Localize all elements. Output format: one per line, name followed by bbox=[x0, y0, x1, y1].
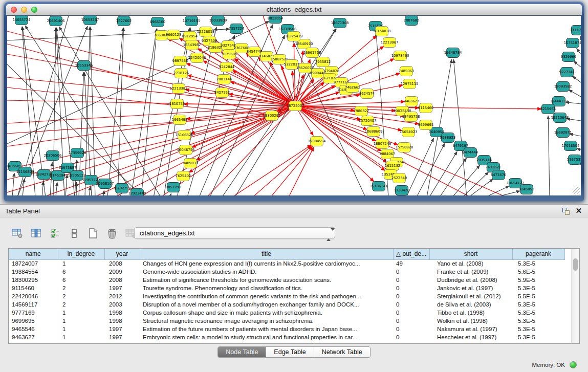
memory-ok-indicator[interactable] bbox=[570, 361, 577, 368]
table-row[interactable]: 1872400712008Changes of HCN gene express… bbox=[9, 259, 564, 268]
table-row[interactable]: 946362711997Embryonic stem cells: a mode… bbox=[9, 333, 564, 341]
graph-node-label: 7462662 bbox=[345, 85, 360, 90]
graph-node-label: 9242844 bbox=[219, 65, 234, 69]
select-checklist-icon[interactable] bbox=[49, 227, 61, 239]
show-columns-icon[interactable] bbox=[30, 227, 42, 239]
graph-edge[interactable] bbox=[295, 106, 402, 130]
minimize-window-button[interactable] bbox=[21, 7, 27, 13]
table-cell: 5.3E-5 bbox=[512, 325, 564, 333]
table-settings-icon[interactable] bbox=[11, 227, 24, 239]
graph-edge[interactable] bbox=[572, 76, 581, 82]
graph-node-label: 17359928 bbox=[69, 151, 86, 155]
graph-edge[interactable] bbox=[154, 28, 190, 195]
table-cell: 5.3E-5 bbox=[512, 333, 564, 341]
column-header-in_degree[interactable]: in_degree bbox=[58, 249, 104, 259]
graph-edge[interactable] bbox=[574, 61, 581, 67]
graph-node-label: 6966160 bbox=[150, 20, 165, 24]
table-row[interactable]: 946554611997Estimation of the future num… bbox=[9, 325, 564, 333]
graph-edge[interactable] bbox=[295, 102, 405, 106]
graph-node-label: 3175685 bbox=[222, 52, 237, 56]
network-canvas[interactable]: 1872400714055724206914061065326715276026… bbox=[7, 16, 581, 195]
graph-node-label: 2522349 bbox=[391, 176, 407, 180]
column-header-short[interactable]: short bbox=[429, 249, 512, 259]
stacked-squares-icon[interactable] bbox=[68, 227, 80, 239]
close-window-button[interactable] bbox=[11, 7, 17, 13]
graph-node-label: 9884067 bbox=[380, 152, 395, 156]
graph-node-label: 1167531 bbox=[567, 158, 581, 162]
graph-edge[interactable] bbox=[7, 106, 295, 192]
graph-node-label: 30975887 bbox=[59, 166, 77, 170]
tab-edge-table[interactable]: Edge Table bbox=[266, 347, 313, 357]
graph-node-label: 16046756 bbox=[177, 148, 195, 152]
graph-edge[interactable] bbox=[577, 49, 581, 54]
window-titlebar[interactable]: citations_edges.txt bbox=[6, 4, 582, 15]
graph-edge[interactable] bbox=[577, 148, 581, 150]
graph-node-label: 1145194 bbox=[50, 173, 66, 178]
graph-edge[interactable] bbox=[429, 151, 457, 195]
table-cell: Embryonic stem cells: a model to study s… bbox=[140, 333, 393, 341]
tab-network-table[interactable]: Network Table bbox=[314, 347, 370, 357]
graph-edge[interactable] bbox=[232, 145, 311, 195]
graph-node-label: 8938923 bbox=[440, 136, 455, 140]
graph-edge[interactable] bbox=[120, 195, 121, 195]
graph-edge[interactable] bbox=[7, 106, 295, 146]
table-selector-dropdown[interactable]: citations_edges.txt bbox=[134, 227, 335, 239]
vertical-scrollbar[interactable] bbox=[571, 249, 579, 343]
graph-edge[interactable] bbox=[271, 146, 313, 195]
graph-node-label: 1615132 bbox=[385, 164, 400, 168]
graph-edge[interactable] bbox=[440, 158, 467, 195]
graph-edge[interactable] bbox=[66, 174, 67, 195]
trash-icon[interactable] bbox=[106, 227, 118, 239]
graph-edge[interactable] bbox=[417, 144, 445, 195]
table-cell: 9463627 bbox=[9, 333, 58, 341]
graph-edge[interactable] bbox=[89, 187, 90, 195]
float-panel-icon[interactable] bbox=[562, 208, 570, 215]
graph-edge[interactable] bbox=[548, 116, 550, 195]
table-row[interactable]: 1938455462009Genome-wide association stu… bbox=[9, 268, 564, 276]
graph-edge[interactable] bbox=[90, 27, 95, 195]
column-header-title[interactable]: title bbox=[140, 249, 393, 259]
graph-edge[interactable] bbox=[42, 181, 43, 195]
graph-edge[interactable] bbox=[56, 182, 57, 195]
table-row[interactable]: 1456911722003Disruption of a novel membe… bbox=[9, 300, 564, 309]
graph-edge[interactable] bbox=[565, 102, 581, 104]
graph-edge[interactable] bbox=[580, 36, 581, 37]
graph-edge[interactable] bbox=[230, 82, 295, 106]
graph-edge[interactable] bbox=[12, 173, 14, 195]
table-cell: 0 bbox=[393, 300, 429, 309]
column-header-name[interactable]: name bbox=[9, 249, 58, 259]
table-row[interactable]: 1830029562008Estimation of significance … bbox=[9, 276, 564, 284]
resize-grip-icon[interactable] bbox=[573, 187, 580, 194]
scrollbar-thumb[interactable] bbox=[573, 258, 578, 271]
zoom-window-button[interactable] bbox=[31, 7, 37, 13]
column-header-pagerank[interactable]: pagerank bbox=[512, 249, 564, 259]
graph-edge[interactable] bbox=[76, 182, 77, 195]
table-row[interactable]: 911546021997Tourette syndrome. Phenomeno… bbox=[9, 284, 564, 292]
graph-node-label: 9329966 bbox=[561, 55, 576, 59]
table-cell: Jankovic et al. (1997) bbox=[429, 284, 512, 292]
graph-node-label: 9699695 bbox=[418, 123, 433, 127]
graph-edge[interactable] bbox=[141, 29, 157, 195]
graph-edge[interactable] bbox=[496, 191, 520, 195]
new-document-icon[interactable] bbox=[87, 227, 99, 239]
graph-node-label: 3624574 bbox=[359, 92, 375, 96]
graph-node-label: 7986322 bbox=[354, 109, 369, 113]
close-panel-icon[interactable]: ✕ bbox=[575, 206, 582, 215]
column-header-out_de[interactable]: △ out_de... bbox=[393, 249, 429, 259]
column-header-year[interactable]: year bbox=[104, 249, 140, 259]
table-cell: 1997 bbox=[104, 284, 140, 292]
tab-node-table[interactable]: Node Table bbox=[218, 347, 266, 357]
graph-node-label: 1111786 bbox=[570, 28, 581, 32]
table-row[interactable]: 969969511998Structural magnetic resonanc… bbox=[9, 317, 564, 325]
table-cell: 1997 bbox=[104, 333, 140, 341]
graph-edge[interactable] bbox=[7, 31, 295, 106]
table-row[interactable]: 2242004622012Investigating the contribut… bbox=[9, 292, 564, 300]
table-row[interactable]: 977716911998Corpus callosum shape and si… bbox=[9, 309, 564, 317]
graph-edge[interactable] bbox=[170, 193, 171, 195]
graph-edge[interactable] bbox=[569, 90, 581, 97]
graph-edge[interactable] bbox=[164, 28, 190, 195]
graph-node-label: 18807249 bbox=[374, 142, 391, 146]
graph-edge[interactable] bbox=[486, 186, 509, 195]
graph-node-label: 15756928 bbox=[396, 145, 413, 149]
graph-node-label: 10973493 bbox=[391, 54, 409, 58]
